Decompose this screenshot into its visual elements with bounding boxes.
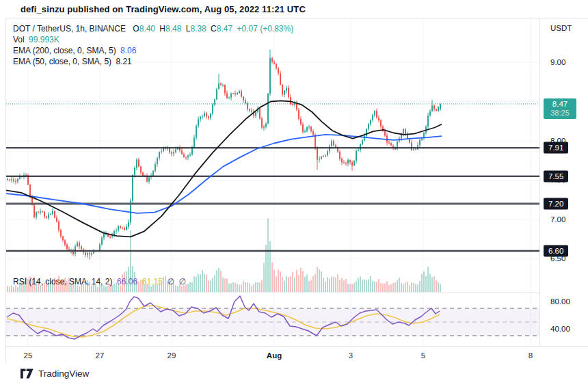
volume-layer (7, 218, 441, 292)
ema50-line (6, 100, 442, 237)
price-axis-label: 40.00 (550, 325, 570, 333)
axis-currency-label: USDT (550, 24, 572, 32)
time-axis-tick: 25 (24, 351, 33, 360)
time-axis-tick: 8 (529, 351, 533, 360)
publish-bar: defi_sinzu published on TradingView.com,… (21, 0, 306, 18)
level-price-badge: 7.91 (544, 142, 568, 154)
time-axis[interactable]: 252729Aug358 (6, 346, 588, 364)
level-price-badge: 6.60 (544, 245, 568, 257)
time-axis-tick: 5 (421, 351, 425, 360)
publish-text: defi_sinzu published on TradingView.com,… (21, 4, 306, 14)
grid-layer (6, 18, 539, 346)
tradingview-logo-icon[interactable] (21, 368, 34, 379)
time-axis-tick: 29 (168, 351, 176, 360)
ema200-line (6, 135, 442, 213)
price-axis-label: 9.00 (550, 58, 565, 66)
level-price-badge: 7.55 (544, 171, 568, 183)
time-axis-tick: Aug (267, 351, 282, 360)
level-price-badge: 7.20 (544, 198, 568, 210)
price-chart-canvas[interactable] (6, 18, 539, 346)
tradingview-brand[interactable]: TradingView (38, 368, 89, 379)
footer: TradingView (21, 368, 89, 379)
price-axis-label: 7.00 (550, 215, 565, 224)
price-axis-label: 80.00 (550, 297, 570, 306)
chart-widget: DOT / TetherUS, 1h, BINANCE O8.40 H8.48 … (5, 18, 588, 363)
candles-layer (7, 50, 441, 260)
last-price-badge: 8.4738:25 (544, 98, 576, 119)
time-axis-tick: 27 (96, 351, 105, 360)
last-price-value: 8.47 (544, 100, 576, 108)
time-axis-tick: 3 (349, 351, 353, 360)
price-axis[interactable]: USDT 9.008.508.007.507.006.5080.0040.007… (539, 18, 588, 364)
horizontal-level-lines[interactable] (6, 148, 539, 251)
bar-countdown: 38:25 (544, 109, 576, 117)
